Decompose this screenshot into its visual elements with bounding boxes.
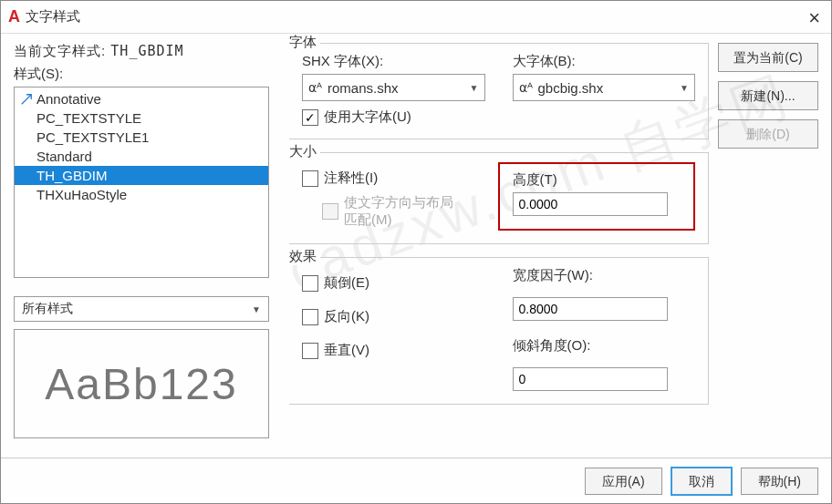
checkbox-icon — [302, 309, 318, 325]
oblique-label: 倾斜角度(O): — [513, 337, 696, 355]
list-item[interactable]: Standard — [15, 147, 268, 166]
checkbox-icon — [302, 170, 318, 187]
match-orient-checkbox: 使文字方向与布局 匹配(M) — [322, 194, 471, 229]
cancel-button[interactable]: 取消 — [671, 468, 732, 495]
list-item[interactable]: PC_TEXTSTYLE1 — [15, 128, 268, 147]
set-current-button[interactable]: 置为当前(C) — [718, 43, 818, 72]
checkbox-icon — [302, 275, 318, 292]
use-bigfont-checkbox[interactable]: 使用大字体(U) — [302, 108, 485, 126]
height-highlight-box: 高度(T) — [498, 162, 696, 231]
annotative-checkbox[interactable]: 注释性(I) — [302, 170, 471, 187]
apply-button[interactable]: 应用(A) — [585, 468, 662, 495]
bigfont-dropdown[interactable]: ⍺ᴬ gbcbig.shx ▼ — [513, 74, 696, 101]
effects-group: 效果 颠倒(E) 反向(K) — [289, 257, 709, 405]
bigfont-label: 大字体(B): — [513, 53, 696, 70]
styles-list-label: 样式(S): — [14, 66, 269, 83]
shx-font-dropdown[interactable]: ⍺ᴬ romans.shx ▼ — [302, 74, 485, 101]
checkbox-icon — [302, 343, 318, 359]
list-item[interactable]: THXuHaoStyle — [15, 185, 268, 204]
width-factor-input[interactable] — [513, 297, 668, 321]
current-style-name: TH_GBDIM — [110, 43, 183, 59]
backwards-checkbox[interactable]: 反向(K) — [302, 308, 485, 325]
vertical-checkbox[interactable]: 垂直(V) — [302, 342, 485, 359]
close-icon[interactable]: × — [808, 6, 820, 30]
annotative-icon — [20, 93, 33, 106]
delete-button: 删除(D) — [718, 119, 818, 149]
styles-listbox[interactable]: Annotative PC_TEXTSTYLE PC_TEXTSTYLE1 St… — [14, 87, 269, 278]
style-filter-dropdown[interactable]: 所有样式 ▼ — [14, 296, 269, 322]
height-label: 高度(T) — [513, 171, 681, 189]
list-item[interactable]: PC_TEXTSTYLE — [15, 108, 268, 128]
height-input[interactable] — [513, 192, 668, 216]
current-style-label: 当前文字样式: TH_GBDIM — [14, 43, 269, 60]
upsidedown-checkbox[interactable]: 颠倒(E) — [302, 274, 485, 292]
chevron-down-icon: ▼ — [252, 304, 261, 314]
font-icon: ⍺ᴬ — [308, 80, 322, 95]
dialog-footer: 应用(A) 取消 帮助(H) — [1, 458, 831, 503]
width-factor-label: 宽度因子(W): — [513, 267, 696, 284]
checkbox-checked-icon — [302, 109, 318, 126]
list-item-selected[interactable]: TH_GBDIM — [15, 166, 268, 185]
chevron-down-icon: ▼ — [470, 83, 479, 93]
help-button[interactable]: 帮助(H) — [741, 468, 818, 495]
app-icon: A — [8, 7, 20, 26]
new-button[interactable]: 新建(N)... — [718, 81, 818, 110]
text-style-dialog: A 文字样式 × cadzxw.com 自学网 当前文字样式: TH_GBDIM… — [0, 0, 832, 504]
preview-box: AaBb123 — [14, 329, 269, 438]
checkbox-disabled-icon — [322, 203, 338, 220]
font-icon: ⍺ᴬ — [519, 80, 533, 95]
size-group: 大小 注释性(I) 使文字方向与布局 匹配(M) — [289, 152, 709, 244]
window-title: 文字样式 — [26, 8, 80, 26]
list-item[interactable]: Annotative — [15, 89, 268, 108]
chevron-down-icon: ▼ — [680, 83, 689, 93]
shx-font-label: SHX 字体(X): — [302, 53, 485, 70]
font-group: 字体 SHX 字体(X): ⍺ᴬ romans.shx ▼ 使用大字体( — [289, 43, 709, 139]
titlebar: A 文字样式 × — [1, 1, 831, 34]
oblique-input[interactable] — [513, 367, 668, 391]
